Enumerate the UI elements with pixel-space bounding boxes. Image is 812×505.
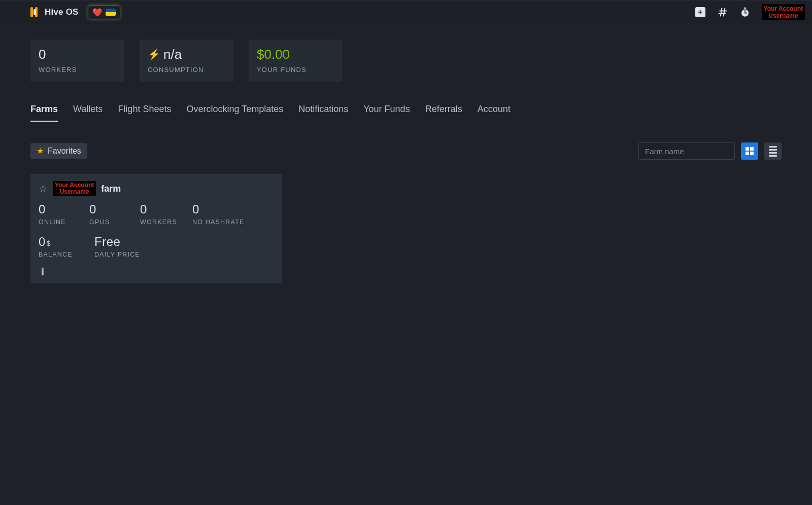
online-value: 0	[39, 202, 74, 217]
brand-logo[interactable]: Hive OS	[30, 7, 79, 17]
stat-funds-value: $0.00	[257, 48, 331, 61]
account-line2: Username	[768, 12, 798, 19]
stat-consumption-value: ⚡ n/a	[148, 48, 222, 61]
header-actions: + Your Account Username	[695, 4, 805, 20]
grid-icon	[746, 147, 754, 155]
pencil-icon	[37, 266, 49, 277]
tab-overclocking-templates[interactable]: Overclocking Templates	[186, 104, 283, 122]
hash-button[interactable]	[717, 7, 728, 18]
farm-stat-online: 0 ONLINE	[39, 202, 74, 226]
add-button[interactable]: +	[695, 7, 706, 18]
stopwatch-button[interactable]	[739, 7, 751, 18]
farm-stat-daily-price: Free DAILY PRICE	[94, 235, 140, 258]
tab-your-funds[interactable]: Your Funds	[363, 104, 410, 122]
gpus-value: 0	[89, 202, 125, 217]
search-input[interactable]	[644, 147, 742, 156]
workers-label: WORKERS	[140, 219, 177, 226]
hash-icon	[718, 7, 728, 17]
brand-name: Hive OS	[45, 7, 79, 17]
app-header: Hive OS ❤️ + Your Account Username	[0, 0, 812, 24]
summary-stats: 0 WORKERS ⚡ n/a CONSUMPTION $0.00 YOUR F…	[30, 40, 782, 82]
farm-stats-row2: 0$ BALANCE Free DAILY PRICE	[39, 235, 274, 258]
tab-flight-sheets[interactable]: Flight Sheets	[118, 104, 171, 122]
farm-header: ☆ Your Account Username farm	[39, 181, 274, 196]
account-menu[interactable]: Your Account Username	[762, 4, 805, 20]
edit-farm-button[interactable]	[37, 266, 49, 277]
farm-actions	[39, 267, 274, 277]
stat-workers-value: 0	[39, 48, 113, 61]
farm-owner: Your Account Username	[53, 181, 96, 196]
daily-value: Free	[94, 235, 140, 249]
favorites-button[interactable]: ★ Favorites	[30, 143, 87, 159]
farms-grid: ☆ Your Account Username farm 0 ONLINE 0 …	[30, 174, 782, 283]
farm-stat-balance: 0$ BALANCE	[39, 235, 74, 258]
bolt-icon: ⚡	[148, 49, 160, 59]
stat-workers[interactable]: 0 WORKERS	[30, 40, 124, 82]
balance-label: BALANCE	[39, 251, 74, 258]
ukraine-flag-icon	[106, 9, 116, 16]
consumption-text: n/a	[163, 48, 182, 61]
balance-num: 0	[39, 235, 46, 248]
owner-line1: Your Account	[55, 182, 94, 189]
list-icon	[769, 146, 777, 157]
farms-toolbar: ★ Favorites	[30, 142, 782, 160]
plus-icon: +	[695, 7, 705, 17]
favorite-toggle[interactable]: ☆	[39, 184, 48, 194]
farm-card[interactable]: ☆ Your Account Username farm 0 ONLINE 0 …	[30, 174, 282, 283]
stat-consumption-label: CONSUMPTION	[148, 66, 222, 74]
workers-value: 0	[140, 202, 177, 217]
tab-farms[interactable]: Farms	[30, 104, 58, 122]
view-list-button[interactable]	[764, 142, 782, 160]
tab-account[interactable]: Account	[478, 104, 511, 122]
stopwatch-icon	[740, 7, 750, 17]
stat-funds[interactable]: $0.00 YOUR FUNDS	[249, 40, 343, 82]
svg-rect-4	[743, 8, 746, 9]
farm-stat-workers: 0 WORKERS	[140, 202, 177, 226]
nav-tabs: Farms Wallets Flight Sheets Overclocking…	[30, 104, 782, 122]
view-grid-button[interactable]	[741, 142, 758, 160]
heart-icon: ❤️	[92, 8, 103, 17]
hashrate-value: 0	[192, 202, 245, 217]
hashrate-label: NO HASHRATE	[192, 219, 245, 226]
owner-line2: Username	[60, 188, 89, 195]
hiveos-logo-icon	[30, 7, 40, 17]
daily-label: DAILY PRICE	[94, 251, 140, 258]
search-box[interactable]	[638, 142, 735, 160]
svg-line-2	[720, 9, 722, 16]
farm-title: farm	[101, 184, 121, 194]
tab-notifications[interactable]: Notifications	[298, 104, 348, 122]
balance-value: 0$	[39, 235, 74, 249]
support-ukraine-badge[interactable]: ❤️	[88, 5, 120, 19]
stat-consumption[interactable]: ⚡ n/a CONSUMPTION	[140, 40, 233, 82]
farm-stat-hashrate: 0 NO HASHRATE	[192, 202, 245, 226]
star-filled-icon: ★	[37, 147, 44, 155]
tab-wallets[interactable]: Wallets	[73, 104, 103, 122]
stat-funds-label: YOUR FUNDS	[257, 66, 331, 74]
farm-stats-row1: 0 ONLINE 0 GPUS 0 WORKERS 0 NO HASHRATE	[39, 202, 274, 226]
svg-line-3	[723, 9, 725, 16]
favorites-label: Favorites	[48, 147, 81, 156]
balance-unit: $	[47, 239, 51, 247]
main-content: 0 WORKERS ⚡ n/a CONSUMPTION $0.00 YOUR F…	[0, 24, 812, 283]
toolbar-right	[638, 142, 782, 160]
tab-referrals[interactable]: Referrals	[425, 104, 462, 122]
online-label: ONLINE	[39, 219, 74, 226]
farm-stat-gpus: 0 GPUS	[89, 202, 125, 226]
stat-workers-label: WORKERS	[39, 66, 113, 74]
account-line1: Your Account	[764, 5, 803, 12]
gpus-label: GPUS	[89, 219, 125, 226]
